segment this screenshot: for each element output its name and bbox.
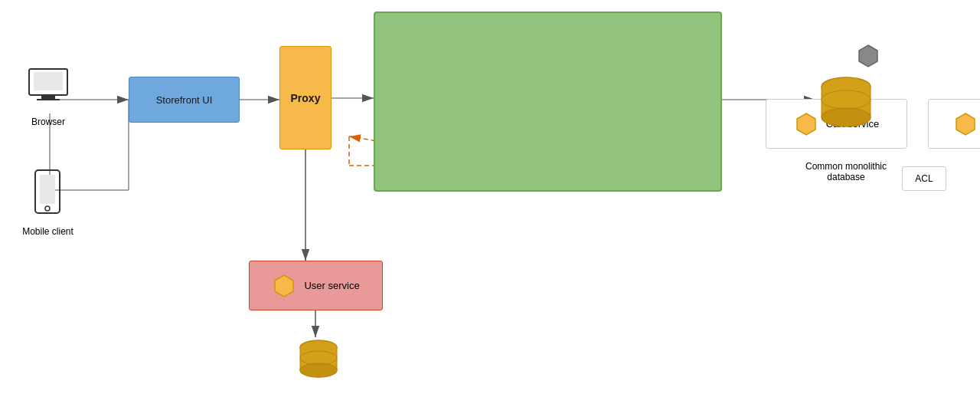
account-service-box: Account service — [928, 99, 980, 149]
green-container: User service Cart service Account servic… — [374, 11, 722, 192]
user-service-bottom-label: User service — [304, 280, 359, 291]
mobile-icon — [27, 169, 68, 222]
svg-marker-25 — [797, 113, 815, 135]
svg-marker-26 — [956, 113, 975, 135]
main-db-label: Common monolithic database — [796, 161, 896, 182]
account-hexagon-icon — [953, 112, 978, 136]
user-service-hexagon-icon — [272, 274, 296, 298]
svg-rect-19 — [41, 96, 55, 99]
main-database-icon — [815, 73, 877, 137]
user-service-bottom-box: User service — [249, 261, 383, 310]
svg-point-30 — [822, 108, 871, 126]
proxy-box: Proxy — [279, 46, 332, 149]
acl-label: ACL — [915, 173, 933, 184]
svg-rect-20 — [37, 99, 60, 100]
svg-point-23 — [45, 206, 50, 211]
acl-box: ACL — [902, 166, 946, 191]
storefront-label: Storefront UI — [156, 94, 213, 106]
svg-point-34 — [300, 363, 337, 377]
svg-rect-18 — [34, 72, 63, 90]
architecture-diagram: Browser Mobile client Storefront UI Prox… — [0, 0, 980, 394]
user-service-top-label: User service — [888, 51, 947, 62]
svg-marker-27 — [275, 275, 293, 297]
mobile-label: Mobile client — [15, 226, 80, 237]
svg-marker-24 — [859, 45, 877, 67]
browser-icon — [21, 67, 75, 113]
gray-hexagon-icon — [856, 44, 880, 68]
cart-hexagon-icon — [794, 112, 818, 136]
proxy-label: Proxy — [291, 92, 321, 104]
storefront-ui-box: Storefront UI — [129, 77, 240, 123]
svg-rect-22 — [40, 175, 55, 204]
bottom-database-icon — [296, 337, 341, 383]
browser-label: Browser — [21, 117, 75, 127]
